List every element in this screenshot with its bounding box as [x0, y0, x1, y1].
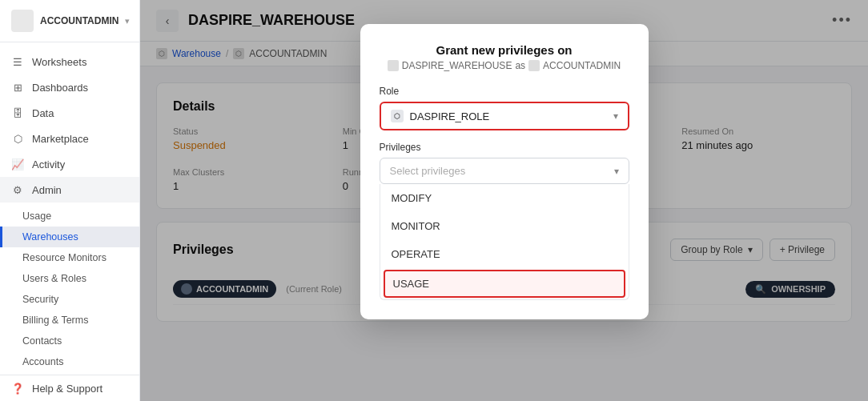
sidebar-account-label: ACCOUNTADMIN: [40, 15, 119, 26]
sidebar-item-resource-monitors[interactable]: Resource Monitors: [0, 247, 139, 268]
sidebar-item-data[interactable]: 🗄 Data: [0, 100, 139, 126]
privileges-placeholder: Select privileges: [390, 165, 614, 177]
privilege-item-modify[interactable]: MODIFY: [380, 184, 629, 212]
modal-title: Grant new privileges on: [380, 43, 629, 57]
sidebar-item-billing-terms[interactable]: Billing & Terms: [0, 310, 139, 331]
privileges-dropdown: MODIFY MONITOR OPERATE USAGE: [380, 184, 629, 300]
sidebar-item-usage[interactable]: Usage: [0, 206, 139, 227]
sidebar-header: ACCOUNTADMIN ▾: [0, 0, 139, 42]
sidebar-item-label: Data: [32, 107, 54, 119]
privileges-field-label: Privileges: [380, 142, 629, 153]
activity-icon: 📈: [11, 158, 24, 170]
role-select[interactable]: ⬡ DASPIRE_ROLE ▾: [380, 102, 629, 130]
admin-icon: ⚙: [11, 183, 24, 196]
grant-privileges-modal: Grant new privileges on DASPIRE_WAREHOUS…: [360, 24, 649, 319]
sidebar-item-label: Admin: [32, 184, 62, 196]
sidebar-item-label: Help & Support: [32, 383, 102, 395]
sidebar: ACCOUNTADMIN ▾ ☰ Worksheets ⊞ Dashboards…: [0, 0, 140, 401]
sidebar-item-dashboards[interactable]: ⊞ Dashboards: [0, 74, 139, 100]
modal-subtitle: DASPIRE_WAREHOUSE as ACCOUNTADMIN: [380, 60, 629, 71]
modal-subtitle-warehouse: DASPIRE_WAREHOUSE: [402, 60, 512, 71]
modal-subtitle-account: ACCOUNTADMIN: [543, 60, 621, 71]
sidebar-item-admin[interactable]: ⚙ Admin: [0, 177, 139, 203]
warehouse-subtitle-icon: [388, 60, 399, 71]
privilege-item-operate[interactable]: OPERATE: [380, 240, 629, 268]
worksheets-icon: ☰: [11, 55, 24, 68]
modal-overlay: Grant new privileges on DASPIRE_WAREHOUS…: [140, 0, 868, 401]
sidebar-logo: [11, 10, 34, 32]
sidebar-item-label: Worksheets: [32, 56, 86, 68]
sidebar-nav: ☰ Worksheets ⊞ Dashboards 🗄 Data ⬡ Marke…: [0, 42, 139, 375]
admin-sub-nav: Usage Warehouses Resource Monitors Users…: [0, 203, 139, 375]
help-icon: ❓: [11, 382, 24, 395]
marketplace-icon: ⬡: [11, 132, 24, 145]
sidebar-item-marketplace[interactable]: ⬡ Marketplace: [0, 126, 139, 151]
sidebar-item-activity[interactable]: 📈 Activity: [0, 151, 139, 177]
account-subtitle-icon: [528, 60, 540, 71]
data-icon: 🗄: [11, 106, 24, 119]
privilege-item-usage[interactable]: USAGE: [384, 270, 625, 298]
sidebar-item-label: Marketplace: [32, 133, 89, 145]
sidebar-item-help-support[interactable]: ❓ Help & Support: [0, 375, 139, 401]
sidebar-bottom: ❓ Help & Support: [0, 375, 139, 401]
sidebar-item-accounts[interactable]: Accounts: [0, 351, 139, 372]
role-select-chevron-icon: ▾: [613, 110, 618, 122]
account-chevron-icon[interactable]: ▾: [125, 16, 130, 26]
sidebar-item-label: Dashboards: [32, 82, 88, 94]
privileges-select[interactable]: Select privileges ▾: [380, 158, 629, 184]
sidebar-item-users-roles[interactable]: Users & Roles: [0, 268, 139, 289]
role-field-label: Role: [380, 86, 629, 97]
sidebar-item-worksheets[interactable]: ☰ Worksheets: [0, 49, 139, 74]
main-content: ‹ DASPIRE_WAREHOUSE ••• ⬡ Warehouse / ⬡ …: [140, 0, 868, 401]
sidebar-item-security[interactable]: Security: [0, 289, 139, 310]
sidebar-item-label: Activity: [32, 158, 65, 170]
role-select-value: DASPIRE_ROLE: [410, 110, 607, 122]
role-select-icon: ⬡: [391, 110, 404, 122]
modal-subtitle-as: as: [515, 60, 525, 71]
sidebar-item-contacts[interactable]: Contacts: [0, 331, 139, 351]
privileges-chevron-icon: ▾: [614, 166, 619, 177]
sidebar-item-warehouses[interactable]: Warehouses: [0, 227, 139, 247]
privilege-item-monitor[interactable]: MONITOR: [380, 212, 629, 240]
dashboards-icon: ⊞: [11, 81, 24, 94]
